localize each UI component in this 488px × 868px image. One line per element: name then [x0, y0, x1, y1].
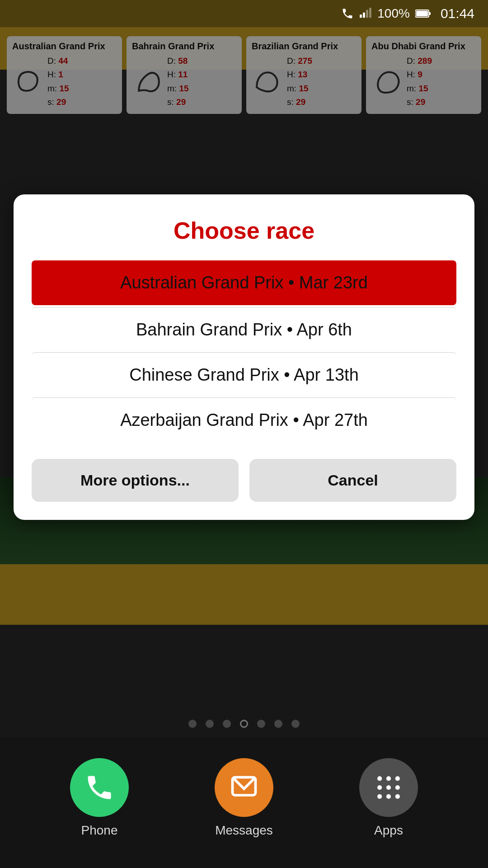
svg-rect-6: [416, 11, 428, 16]
svg-rect-3: [369, 8, 371, 18]
apps-dock-icon-bg: [359, 758, 418, 817]
race-option-2[interactable]: Chinese Grand Prix • Apr 13th: [32, 352, 456, 397]
messages-label: Messages: [215, 823, 273, 838]
phone-label: Phone: [81, 823, 118, 838]
svg-point-10: [395, 776, 400, 781]
svg-point-14: [377, 794, 382, 799]
svg-point-8: [377, 776, 382, 781]
dock-phone[interactable]: Phone: [70, 758, 129, 838]
bottom-dock: Phone Messages Apps: [0, 737, 488, 868]
modal-title: Choose race: [32, 217, 456, 244]
svg-rect-1: [363, 13, 365, 18]
svg-point-13: [395, 785, 400, 790]
dock-messages[interactable]: Messages: [215, 758, 273, 838]
apps-label: Apps: [374, 823, 403, 838]
status-bar: 100% 01:44: [0, 0, 488, 27]
battery-percent: 100%: [377, 6, 410, 21]
race-option-3[interactable]: Azerbaijan Grand Prix • Apr 27th: [32, 397, 456, 443]
race-option-0[interactable]: Australian Grand Prix • Mar 23rd: [32, 260, 456, 305]
svg-point-12: [386, 785, 391, 790]
svg-rect-5: [429, 12, 431, 15]
more-options-button[interactable]: More options...: [32, 459, 239, 502]
apps-dock-icon: [373, 772, 404, 803]
status-time: 01:44: [441, 6, 474, 21]
svg-point-11: [377, 785, 382, 790]
dock-apps[interactable]: Apps: [359, 758, 418, 838]
messages-dock-icon-bg: [215, 758, 273, 817]
modal-buttons: More options... Cancel: [32, 459, 456, 502]
status-icons: 100% 01:44: [341, 6, 474, 21]
race-option-1[interactable]: Bahrain Grand Prix • Apr 6th: [32, 307, 456, 352]
svg-point-15: [386, 794, 391, 799]
phone-status-icon: [341, 7, 354, 20]
cancel-button[interactable]: Cancel: [249, 459, 456, 502]
battery-icon: [415, 9, 431, 18]
svg-point-9: [386, 776, 391, 781]
svg-rect-0: [360, 14, 362, 18]
svg-point-16: [395, 794, 400, 799]
phone-dock-icon: [84, 772, 115, 803]
signal-icon: [359, 7, 372, 20]
phone-dock-icon-bg: [70, 758, 129, 817]
messages-dock-icon: [229, 772, 259, 803]
choose-race-modal: Choose race Australian Grand Prix • Mar …: [14, 194, 474, 520]
svg-rect-2: [366, 10, 368, 18]
